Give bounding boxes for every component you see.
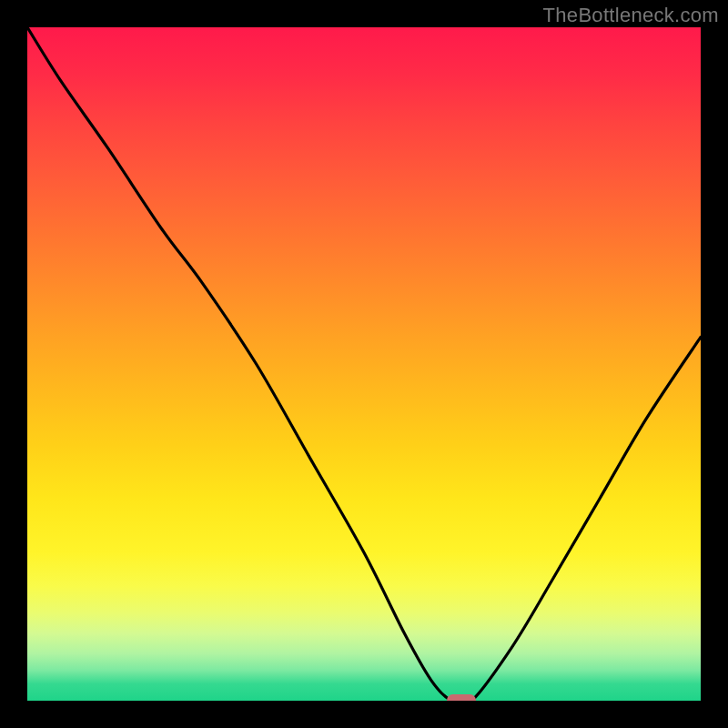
watermark-text: TheBottleneck.com (543, 4, 719, 27)
bottleneck-curve (27, 27, 701, 701)
curve-path (27, 27, 701, 701)
optimal-marker (447, 694, 476, 701)
plot-area (27, 27, 701, 701)
chart-frame: TheBottleneck.com (0, 0, 728, 728)
